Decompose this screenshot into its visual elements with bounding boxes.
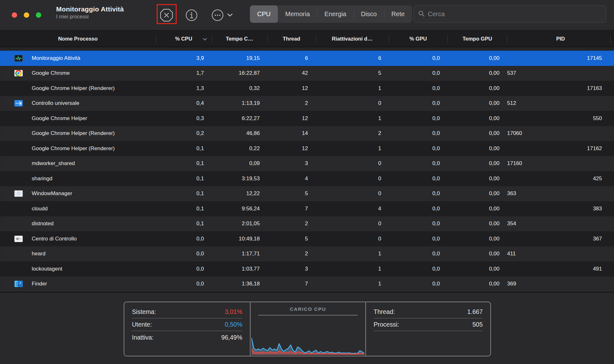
idle-wakeups-value: 1: [316, 281, 389, 287]
idle-wakeups-value: 0: [316, 100, 389, 106]
table-row[interactable]: Controllo universale 0,4 1:13,19 2 0 0,0…: [0, 96, 5, 111]
pid-value: 367: [507, 236, 614, 242]
zoom-window-button[interactable]: [36, 12, 41, 18]
footer-stats-area: Sistema: 3,01% Utente: 0,50% Inattiva: 9…: [0, 292, 614, 364]
cpu-percent-value: 1,7: [156, 70, 212, 76]
column-header-thread[interactable]: Thread: [267, 36, 316, 42]
cpu-time-value: 46,86: [212, 130, 267, 137]
stat-label: Thread:: [374, 308, 395, 316]
table-row[interactable]: Google Chrome Helper (Renderer) 0,2 46,8…: [0, 126, 5, 141]
inspect-process-button[interactable]: [183, 7, 200, 23]
cpu-percent-value: 0,4: [156, 100, 212, 106]
cpu-percent-value: 1,3: [156, 85, 212, 92]
cpu-percent-value: 3,9: [156, 55, 212, 61]
stop-octagon-x-icon: [160, 9, 173, 22]
gpu-percent-value: 0,0: [389, 236, 447, 242]
gpu-time-value: 0,00: [447, 266, 507, 272]
close-window-button[interactable]: [12, 12, 17, 18]
more-options-chevron[interactable]: [226, 11, 234, 19]
gpu-percent-value: 0,0: [389, 190, 447, 197]
window-title: Monitoraggio Attività: [56, 5, 124, 13]
pid-value: 411: [507, 251, 528, 257]
idle-wakeups-value: 1: [316, 266, 389, 272]
column-divider: [389, 35, 389, 43]
table-row[interactable]: cloudd 0,1 9:56,24 7 4 0,0 0,00 383: [0, 201, 614, 216]
table-row[interactable]: Google Chrome 1,7 16:22,87 42 5 0,0 0,00…: [0, 66, 5, 81]
thread-count-value: 2: [267, 220, 316, 227]
info-icon: [185, 9, 198, 22]
more-options-button[interactable]: [209, 7, 226, 23]
process-name: distnoted: [32, 220, 54, 227]
table-row[interactable]: Centro di Controllo 0,0 10:49,18 5 0 0,0…: [0, 231, 614, 246]
minimize-window-button[interactable]: [24, 12, 29, 18]
table-row[interactable]: heard 0,0 1:17,71 2 1 0,0 0,00 411: [0, 246, 5, 262]
gpu-time-value: 0,00: [447, 190, 507, 197]
search-input[interactable]: [428, 10, 601, 18]
thread-count-value: 5: [267, 236, 316, 242]
process-name: Google Chrome Helper (Renderer): [32, 130, 115, 136]
idle-wakeups-value: 6: [316, 55, 389, 61]
column-header-tempo-gpu[interactable]: Tempo GPU: [447, 36, 507, 42]
column-header-pid[interactable]: PID: [507, 36, 614, 42]
cpu-time-value: 1:03,77: [212, 266, 267, 272]
stop-process-button[interactable]: [158, 7, 175, 23]
table-row[interactable]: Monitoraggio Attività 3,9 19,15 6 6 0,0 …: [0, 51, 614, 66]
idle-wakeups-value: 0: [316, 190, 389, 197]
process-name: Google Chrome Helper (Renderer): [32, 85, 115, 91]
table-row[interactable]: Google Chrome Helper 0,3 6:22,27 12 1 0,…: [0, 111, 614, 126]
stat-value: 0,50%: [225, 321, 242, 328]
pid-value: 512: [507, 100, 528, 106]
stat-value: 505: [472, 321, 483, 328]
column-header-tempo-cpu[interactable]: Tempo C…: [212, 36, 267, 42]
cpu-percent-value: 0,1: [156, 160, 212, 167]
pid-value: 491: [507, 266, 614, 272]
gpu-time-value: 0,00: [447, 220, 507, 227]
search-field[interactable]: [414, 5, 606, 23]
process-name: sharingd: [32, 176, 52, 182]
chevron-down-icon: [227, 13, 233, 17]
process-table: Monitoraggio Attività 3,9 19,15 6 6 0,0 …: [0, 51, 614, 291]
stats-group: Sistema: 3,01% Utente: 0,50% Inattiva: 9…: [124, 302, 491, 356]
thread-count-value: 2: [267, 100, 316, 106]
gpu-time-value: 0,00: [447, 55, 507, 61]
column-header-gpu[interactable]: % GPU: [389, 36, 447, 42]
tab-energia[interactable]: Energia: [317, 5, 354, 23]
table-row[interactable]: WindowManager 0,1 12,22 5 0 0,0 0,00 363: [0, 186, 5, 201]
table-row[interactable]: lockoutagent 0,0 1:03,77 3 1 0,0 0,00 49…: [0, 261, 614, 277]
column-header-nome-processo[interactable]: Nome Processo: [0, 36, 156, 42]
tab-disco[interactable]: Disco: [354, 5, 384, 23]
gpu-percent-value: 0,0: [389, 130, 447, 137]
table-row[interactable]: Google Chrome Helper (Renderer) 1,3 0,32…: [0, 81, 614, 96]
stat-value: 3,01%: [225, 308, 242, 316]
idle-wakeups-value: 0: [316, 160, 389, 167]
pid-value: 17145: [507, 55, 614, 61]
table-row[interactable]: mdworker_shared 0,1 0,09 3 0 0,0 0,00 17…: [0, 156, 5, 171]
thread-count-value: 5: [267, 190, 316, 197]
table-header: Nome Processo % CPU Tempo C… Thread Riat…: [0, 31, 614, 47]
table-row[interactable]: sharingd 0,1 3:19,53 4 0 0,0 0,00 425: [0, 171, 614, 186]
tab-rete[interactable]: Rete: [384, 5, 412, 23]
gpu-percent-value: 0,0: [389, 251, 447, 257]
table-row[interactable]: Google Chrome Helper (Renderer) 0,1 0,22…: [0, 141, 614, 156]
cpu-percentages-panel: Sistema: 3,01% Utente: 0,50% Inattiva: 9…: [124, 302, 250, 356]
process-name: lockoutagent: [32, 266, 62, 272]
gpu-percent-value: 0,0: [389, 100, 447, 106]
gpu-time-value: 0,00: [447, 100, 507, 106]
tab-cpu[interactable]: CPU: [250, 5, 278, 23]
cpu-time-value: 1:17,71: [212, 251, 267, 257]
idle-wakeups-value: 1: [316, 145, 389, 152]
chart-title: CARICO CPU: [251, 306, 365, 312]
process-name: cloudd: [32, 206, 48, 212]
tab-memoria[interactable]: Memoria: [278, 5, 317, 23]
column-header-riattivazioni[interactable]: Riattivazioni d…: [316, 36, 389, 42]
table-row[interactable]: Finder 0,0 1:36,18 7 1 0,0 0,00 369: [0, 277, 5, 292]
thread-count-value: 6: [267, 55, 316, 61]
thread-count-value: 3: [267, 160, 316, 167]
column-header-cpu[interactable]: % CPU: [156, 36, 212, 42]
idle-wakeups-value: 0: [316, 220, 389, 227]
ellipsis-circle-icon: [211, 9, 224, 22]
thread-count-value: 12: [267, 145, 316, 152]
cpu-percent-value: 0,0: [156, 281, 212, 287]
table-row[interactable]: distnoted 0,1 2:01,05 2 0 0,0 0,00 354: [0, 216, 5, 232]
pid-value: 17162: [507, 145, 614, 152]
